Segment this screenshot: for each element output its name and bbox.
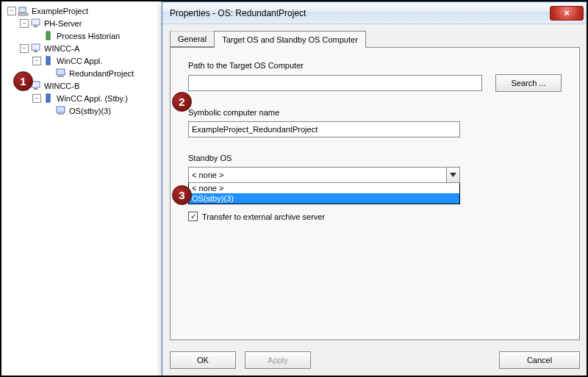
os-icon — [55, 105, 67, 117]
tree-label: WinCC Appl. (Stby.) — [57, 94, 128, 103]
search-button[interactable]: Search ... — [495, 74, 562, 92]
callout-2: 2 — [172, 92, 192, 112]
expand-icon[interactable]: − — [7, 7, 16, 15]
close-icon: × — [564, 7, 570, 18]
project-icon — [18, 5, 29, 17]
expand-icon[interactable]: − — [32, 94, 41, 103]
dialog-button-row: OK Apply Cancel — [170, 351, 580, 369]
svg-rect-1 — [18, 13, 28, 15]
symbolic-name-input[interactable] — [188, 121, 460, 137]
tab-target-standby[interactable]: Target OS and Standby OS Computer — [214, 31, 366, 48]
close-button[interactable]: × — [550, 6, 584, 21]
cancel-button[interactable]: Cancel — [499, 351, 580, 369]
dialog-title: Properties - OS: RedundantProject — [170, 8, 306, 18]
svg-marker-15 — [450, 173, 456, 177]
tree-root[interactable]: − ExampleProject — [7, 4, 158, 17]
server-icon — [30, 43, 42, 54]
transfer-checkbox-row[interactable]: ✓ Transfer to external archive server — [188, 212, 562, 221]
server-icon — [30, 18, 42, 29]
tree-label: WINCC-B — [44, 82, 79, 90]
project-tree: − ExampleProject − PH-Server Process His… — [7, 4, 158, 117]
standby-option-osstby3[interactable]: OS(stby)(3) — [189, 193, 459, 204]
properties-dialog: Properties - OS: RedundantProject × Gene… — [162, 1, 588, 377]
expand-icon[interactable]: − — [20, 19, 29, 28]
tree-wincc-appl[interactable]: − WinCC Appl. — [7, 54, 158, 67]
svg-rect-6 — [34, 51, 37, 52]
standby-option-none[interactable]: < none > — [189, 183, 459, 193]
expand-icon[interactable]: − — [20, 44, 29, 53]
transfer-label: Transfer to external archive server — [202, 212, 325, 221]
standby-selected-value: < none > — [192, 170, 223, 179]
tree-os-stby3[interactable]: OS(stby)(3) — [7, 104, 158, 117]
svg-rect-2 — [32, 19, 40, 25]
tree-label: ExampleProject — [32, 7, 88, 15]
svg-rect-9 — [57, 76, 64, 77]
svg-rect-0 — [19, 7, 26, 12]
svg-rect-8 — [57, 69, 65, 75]
tree-label: OS(stby)(3) — [69, 107, 111, 115]
label-path: Path to the Target OS Computer — [188, 61, 562, 70]
callout-3: 3 — [172, 185, 192, 205]
callout-1: 1 — [13, 71, 33, 91]
svg-rect-11 — [34, 88, 37, 90]
standby-select[interactable]: < none > — [188, 167, 460, 183]
tab-page-target: Path to the Target OS Computer Search ..… — [170, 48, 580, 340]
tree-label: RedundantProject — [69, 69, 134, 78]
tree-label: WINCC-A — [44, 44, 79, 53]
dialog-titlebar[interactable]: Properties - OS: RedundantProject × — [162, 2, 587, 24]
apply-button: Apply — [245, 351, 311, 369]
svg-rect-13 — [57, 107, 65, 112]
standby-dropdown-list: < none > OS(stby)(3) — [188, 183, 460, 204]
label-symbolic: Symbolic computer name — [188, 108, 562, 117]
checkbox-icon[interactable]: ✓ — [188, 212, 198, 221]
ok-button[interactable]: OK — [170, 351, 236, 369]
tab-general[interactable]: General — [170, 31, 215, 47]
chevron-down-icon — [446, 168, 459, 182]
expand-icon[interactable]: − — [32, 57, 41, 65]
svg-rect-12 — [46, 94, 50, 102]
svg-rect-14 — [57, 113, 64, 115]
tree-process-historian[interactable]: Process Historian — [7, 29, 158, 42]
tree-label: Process Historian — [57, 32, 120, 40]
svg-rect-5 — [32, 44, 40, 50]
tree-ph-server[interactable]: − PH-Server — [7, 17, 158, 29]
svg-rect-4 — [46, 32, 50, 40]
tree-label: PH-Server — [44, 19, 82, 28]
database-icon — [43, 30, 54, 42]
path-input[interactable] — [188, 75, 482, 91]
svg-rect-3 — [34, 26, 37, 27]
tree-label: WinCC Appl. — [57, 57, 102, 65]
tree-wincc-appl-stby[interactable]: − WinCC Appl. (Stby.) — [7, 92, 158, 104]
app-icon — [43, 55, 54, 67]
tree-wincc-a[interactable]: − WINCC-A — [7, 42, 158, 54]
tab-strip: General Target OS and Standby OS Compute… — [170, 30, 580, 48]
app-icon — [43, 93, 54, 104]
os-icon — [55, 68, 67, 79]
label-standby: Standby OS — [188, 154, 562, 162]
svg-rect-7 — [46, 57, 50, 65]
